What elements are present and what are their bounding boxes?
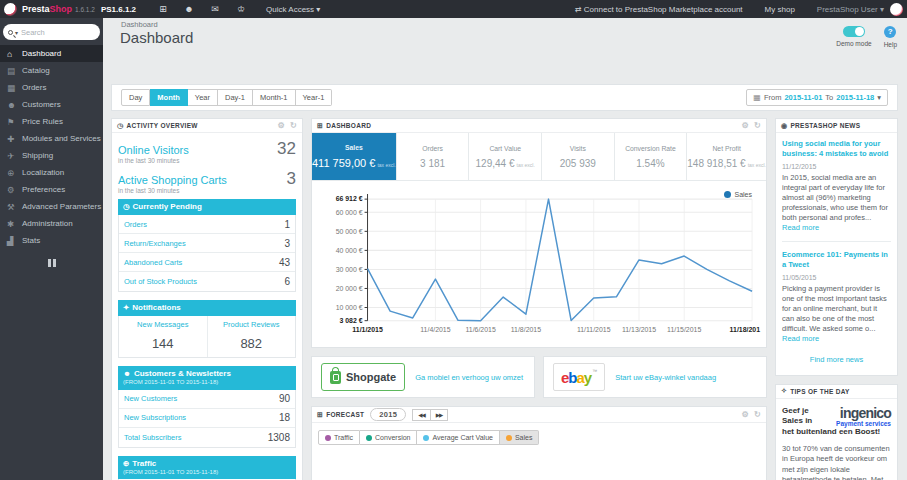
find-more-news-link[interactable]: Find more news [782, 355, 891, 364]
sidebar-item-shipping[interactable]: ✈Shipping [0, 147, 103, 164]
forecast-next-button[interactable]: ▶▶ [431, 409, 448, 421]
help-icon[interactable]: ? [884, 26, 896, 38]
shopgate-bag-icon [330, 371, 341, 384]
kpi-tab-cart-value[interactable]: Cart Value129,44 €tax excl. [469, 133, 542, 180]
gear-icon[interactable]: ⚙ [742, 410, 749, 419]
sidebar-collapse-button[interactable] [47, 259, 57, 267]
sidebar-item-dashboard[interactable]: ⌂Dashboard [0, 45, 103, 62]
pending-row-out-of-stock[interactable]: Out of Stock Products6 [119, 272, 295, 291]
demo-mode-toggle[interactable] [843, 26, 865, 37]
range-button-year-1[interactable]: Year-1 [296, 89, 333, 106]
sidebar-item-orders[interactable]: ▦Orders [0, 79, 103, 96]
new-subscriptions-row[interactable]: New Subscriptions18 [119, 409, 295, 428]
sidebar-item-preferences[interactable]: ⚙Preferences [0, 181, 103, 198]
refresh-icon[interactable]: ↻ [290, 121, 297, 130]
messages-icon[interactable]: ✉ [202, 4, 228, 14]
forecast-toggle-sales[interactable]: Sales [500, 430, 540, 445]
search-scope-caret-icon[interactable]: ▾ [15, 29, 18, 36]
sidebar-item-modules[interactable]: ✚Modules and Services [0, 130, 103, 147]
range-button-group: Day Month Year Day-1 Month-1 Year-1 [121, 89, 332, 106]
advanced-parameters-icon: ⚒ [7, 202, 22, 212]
shop-version-tag: PS1.6.1.2 [101, 5, 136, 14]
forecast-prev-button[interactable]: ◀◀ [412, 409, 430, 421]
cart-icon[interactable]: ⊞ [150, 4, 176, 14]
sidebar-item-advanced-parameters[interactable]: ⚒Advanced Parameters [0, 198, 103, 215]
online-visitors-link[interactable]: Online Visitors [118, 144, 189, 156]
cart-icon: ⊞ [317, 122, 323, 130]
notifications-cells: New Messages144 Product Reviews882 [118, 316, 296, 358]
sidebar-item-administration[interactable]: ✱Administration [0, 215, 103, 232]
new-customers-row[interactable]: New Customers90 [119, 390, 295, 409]
sales-dot-icon [506, 435, 512, 441]
kpi-tab-net-profit[interactable]: Net Profit148 918,51 €tax excl. [687, 133, 766, 180]
kpi-tab-orders[interactable]: Orders3 181 [397, 133, 470, 180]
refresh-icon[interactable]: ↻ [754, 121, 761, 130]
news-article-title[interactable]: Ecommerce 101: Payments in a Tweet [782, 250, 891, 270]
pending-row-abandoned-carts[interactable]: Abandoned Carts43 [119, 253, 295, 272]
pending-row-returns[interactable]: Return/Exchanges3 [119, 234, 295, 253]
sidebar-item-catalog[interactable]: ▤Catalog [0, 62, 103, 79]
user-avatar[interactable] [890, 3, 903, 16]
calendar-icon: ▦ [753, 93, 761, 102]
forecast-toggle-traffic[interactable]: Traffic [318, 430, 360, 445]
forecast-toggle-group: Traffic Conversion Average Cart Value Sa… [312, 423, 766, 452]
tips-body-text: 30 tot 70% van de consumenten in Europa … [782, 444, 891, 480]
read-more-link[interactable]: Read more [782, 223, 819, 232]
range-button-month-1[interactable]: Month-1 [253, 89, 296, 106]
refresh-icon[interactable]: ↻ [754, 410, 761, 419]
svg-text:10 000 €: 10 000 € [336, 304, 363, 311]
range-button-day[interactable]: Day [121, 89, 150, 106]
currently-pending-header: ◷Currently Pending [118, 199, 296, 215]
gear-icon[interactable]: ⚙ [278, 121, 285, 130]
sidebar-item-customers[interactable]: ☻Customers [0, 96, 103, 113]
sidebar-item-price-rules[interactable]: ⚑Price Rules [0, 113, 103, 130]
product-reviews-cell[interactable]: Product Reviews882 [208, 316, 296, 357]
clock-icon: ◷ [117, 122, 123, 130]
date-range-picker[interactable]: ▦ From2015-11-01 To2015-11-18 ▾ [746, 89, 888, 106]
main-content: Dashboard Dashboard Demo mode ? Help Day… [103, 18, 907, 480]
pending-row-orders[interactable]: Orders1 [119, 215, 295, 234]
svg-text:50 000 €: 50 000 € [336, 228, 363, 235]
kpi-tab-sales[interactable]: Sales411 759,00 €tax excl. [312, 133, 397, 180]
my-shop-link[interactable]: My shop [765, 5, 795, 14]
range-button-year[interactable]: Year [188, 89, 218, 106]
breadcrumb[interactable]: Dashboard [121, 20, 158, 29]
kpi-tabs: Sales411 759,00 €tax excl. Orders3 181 C… [312, 133, 766, 181]
clock-icon: ◷ [123, 202, 130, 211]
total-subscribers-row[interactable]: Total Subscribers1308 [119, 428, 295, 447]
range-button-month[interactable]: Month [150, 89, 188, 106]
customers-icon: ☻ [7, 100, 22, 110]
user-menu[interactable]: PrestaShop User ▾ [817, 5, 884, 14]
gear-icon[interactable]: ⚙ [742, 121, 749, 130]
dashboard-panel: ⊞ DASHBOARD ⚙↻ Sales411 759,00 €tax excl… [311, 118, 767, 348]
quick-access-menu[interactable]: Quick Access ▾ [266, 5, 320, 14]
sidebar-item-stats[interactable]: ▟Stats [0, 232, 103, 249]
kpi-tab-conversion-rate[interactable]: Conversion Rate1.54% [615, 133, 688, 180]
tips-panel-title: TIPS OF THE DAY [790, 388, 850, 395]
marketplace-link[interactable]: ⇄ Connect to PrestaShop Marketplace acco… [575, 5, 743, 14]
read-more-link[interactable]: Read more [782, 334, 819, 343]
brand-version: 1.6.1.2 [75, 6, 95, 13]
ebay-link[interactable]: Start uw eBay-winkel vandaag [615, 373, 716, 382]
trophy-icon[interactable]: ♔ [228, 4, 254, 14]
active-carts-link[interactable]: Active Shopping Carts [118, 174, 227, 186]
globe-icon: ⊕ [123, 459, 129, 468]
news-article: Ecommerce 101: Payments in a Tweet 11/05… [782, 250, 891, 344]
help-control: ? Help [884, 26, 897, 48]
demo-mode-label: Demo mode [836, 40, 871, 47]
forecast-toggle-average-cart-value[interactable]: Average Cart Value [417, 430, 499, 445]
shopgate-link[interactable]: Ga mobiel en verhoog uw omzet [415, 373, 523, 382]
news-article-title[interactable]: Using social media for your business: 4 … [782, 139, 891, 159]
new-messages-cell[interactable]: New Messages144 [119, 316, 208, 357]
forecast-toggle-conversion[interactable]: Conversion [360, 430, 417, 445]
range-button-day-1[interactable]: Day-1 [218, 89, 253, 106]
search-input[interactable] [21, 28, 95, 37]
shopgate-module-ad: Shopgate Ga mobiel en verhoog uw omzet [311, 356, 535, 398]
active-carts-metric: Active Shopping Carts 3 [118, 169, 296, 189]
sidebar-item-localization[interactable]: ⊕Localization [0, 164, 103, 181]
kpi-tab-visits[interactable]: Visits205 939 [542, 133, 615, 180]
customers-quick-icon[interactable]: ☻ [176, 4, 202, 14]
chart-legend-sales[interactable]: Sales [724, 191, 752, 198]
news-panel-title: PRESTASHOP NEWS [790, 122, 860, 129]
sidebar-search[interactable]: ▾ [3, 24, 100, 40]
